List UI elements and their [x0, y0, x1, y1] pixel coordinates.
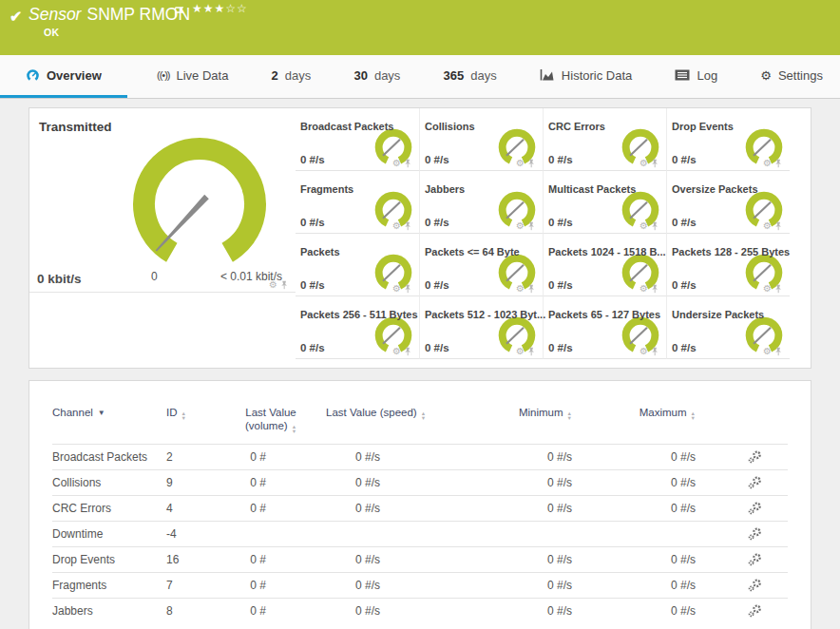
channel-settings-icon[interactable] [748, 604, 762, 618]
pin-icon[interactable] [774, 347, 782, 356]
tab-label: Log [697, 68, 717, 83]
pin-icon[interactable] [280, 280, 288, 290]
column-header-minimum[interactable]: Minimum▲▼ [451, 406, 580, 420]
gear-icon[interactable]: ⚙ [516, 158, 525, 168]
pin-icon[interactable] [651, 284, 659, 294]
column-header-last-value-speed[interactable]: Last Value (speed)▲▼ [309, 406, 451, 420]
cell-speed: 0 #/s [309, 476, 451, 489]
pin-icon[interactable] [651, 221, 659, 231]
pin-icon[interactable] [651, 159, 659, 168]
table-row: Jabbers 8 0 # 0 #/s 0 #/s 0 #/s [52, 598, 788, 623]
channel-table-panel: Channel▼ ID▲▼ Last Value (volume)▲▼ Last… [29, 380, 811, 629]
cell-minimum: 0 #/s [451, 502, 580, 515]
mini-gauge-cell: Drop Events 0 #/s ⚙ [666, 108, 790, 171]
mini-gauge-cell: Packets 256 - 511 Bytes 0 #/s ⚙ [296, 296, 419, 359]
tab-30-days[interactable]: 30 days [340, 55, 413, 98]
gear-icon[interactable]: ⚙ [763, 346, 772, 356]
main-gauge-scale-min: 0 [151, 270, 158, 283]
cell-channel: Fragments [52, 579, 166, 592]
gear-icon[interactable]: ⚙ [763, 283, 772, 294]
cell-id: -4 [166, 527, 233, 541]
channel-value: 0 #/s [425, 217, 449, 228]
channel-label: Collisions [425, 121, 475, 132]
channel-label: Packets [300, 246, 340, 257]
channel-label: Packets 512 - 1023 Byt... [425, 309, 545, 320]
channel-value: 0 #/s [300, 217, 325, 228]
tab-historic-data[interactable]: Historic Data [526, 55, 645, 98]
pin-icon[interactable] [404, 159, 411, 168]
column-header-channel[interactable]: Channel▼ [52, 406, 166, 420]
tab-bar: Overview ((•)) Live Data 2 days 30 days … [0, 55, 840, 99]
tab-2-days[interactable]: 2 days [258, 55, 325, 98]
cell-channel: Drop Events [52, 553, 166, 566]
tab-settings[interactable]: ⚙ Settings [747, 55, 836, 98]
tab-log[interactable]: Log [661, 55, 731, 98]
gear-icon[interactable]: ⚙ [516, 220, 525, 231]
pin-icon[interactable] [404, 347, 411, 356]
channel-value: 0 #/s [548, 342, 573, 353]
column-header-maximum[interactable]: Maximum▲▼ [580, 406, 698, 420]
channel-label: Oversize Packets [672, 183, 758, 195]
tab-365-days[interactable]: 365 days [430, 55, 510, 98]
channel-settings-icon[interactable] [748, 476, 762, 489]
cell-id: 2 [166, 450, 233, 464]
gear-icon[interactable]: ⚙ [640, 220, 648, 231]
channel-label: Packets 128 - 255 Bytes [672, 246, 790, 257]
cell-speed: 0 #/s [309, 450, 451, 464]
column-header-last-value-volume[interactable]: Last Value (volume)▲▼ [233, 406, 309, 433]
cell-id: 16 [166, 553, 233, 566]
gear-icon[interactable]: ⚙ [392, 158, 401, 168]
mini-gauge-cell: Oversize Packets 0 #/s ⚙ [666, 171, 790, 234]
channel-settings-icon[interactable] [748, 450, 762, 464]
cell-maximum: 0 #/s [580, 450, 698, 464]
cell-channel: Collisions [52, 476, 166, 489]
gear-icon[interactable]: ⚙ [392, 220, 401, 231]
channel-value: 0 #/s [300, 342, 325, 353]
gear-icon[interactable]: ⚙ [640, 283, 648, 294]
cell-channel: Jabbers [52, 604, 166, 618]
gear-icon[interactable]: ⚙ [640, 158, 648, 168]
priority-flag-icon[interactable] [174, 7, 184, 18]
channel-value: 0 #/s [672, 217, 697, 228]
cell-volume: 0 # [233, 579, 309, 592]
channel-settings-icon[interactable] [748, 502, 762, 515]
sort-icon: ▲▼ [421, 411, 426, 420]
tab-overview[interactable]: Overview [0, 55, 127, 98]
channel-value: 0 #/s [548, 217, 573, 228]
cell-speed: 0 #/s [309, 604, 451, 618]
mini-gauge-cell: Packets 1024 - 1518 B... 0 #/s ⚙ [543, 234, 666, 296]
pin-icon[interactable] [774, 159, 782, 168]
cell-channel: CRC Errors [52, 502, 166, 515]
pin-icon[interactable] [774, 221, 782, 231]
channel-table: Channel▼ ID▲▼ Last Value (volume)▲▼ Last… [52, 400, 788, 623]
gauges-panel: Transmitted 0 < 0.01 kbit/s 0 kbit/s ⚙ B… [29, 107, 811, 369]
gear-icon[interactable]: ⚙ [269, 279, 277, 290]
tab-live-data[interactable]: ((•)) Live Data [143, 55, 241, 98]
pin-icon[interactable] [774, 284, 782, 294]
gear-icon[interactable]: ⚙ [763, 158, 772, 168]
cell-volume: 0 # [233, 476, 309, 489]
sensor-title: SensorSNMP RMON [29, 5, 190, 25]
sensor-header: ✔ SensorSNMP RMON ★★★☆☆ OK [0, 0, 840, 55]
gear-icon[interactable]: ⚙ [392, 283, 401, 294]
pin-icon[interactable] [404, 284, 411, 294]
cell-maximum: 0 #/s [580, 476, 698, 489]
pin-icon[interactable] [527, 221, 535, 231]
channel-settings-icon[interactable] [748, 579, 762, 592]
channel-settings-icon[interactable] [748, 527, 762, 541]
priority-stars[interactable]: ★★★☆☆ [192, 2, 248, 15]
channel-value: 0 #/s [548, 154, 573, 165]
pin-icon[interactable] [651, 347, 659, 356]
gear-icon[interactable]: ⚙ [516, 346, 525, 356]
pin-icon[interactable] [527, 159, 535, 168]
column-header-id[interactable]: ID▲▼ [166, 406, 233, 420]
gear-icon[interactable]: ⚙ [516, 283, 525, 294]
gear-icon[interactable]: ⚙ [640, 346, 648, 356]
gear-icon[interactable]: ⚙ [392, 346, 401, 356]
channel-label: Packets 256 - 511 Bytes [300, 309, 418, 320]
pin-icon[interactable] [527, 347, 535, 356]
channel-settings-icon[interactable] [748, 553, 762, 566]
gear-icon[interactable]: ⚙ [763, 220, 772, 231]
pin-icon[interactable] [404, 221, 411, 231]
pin-icon[interactable] [527, 284, 535, 294]
